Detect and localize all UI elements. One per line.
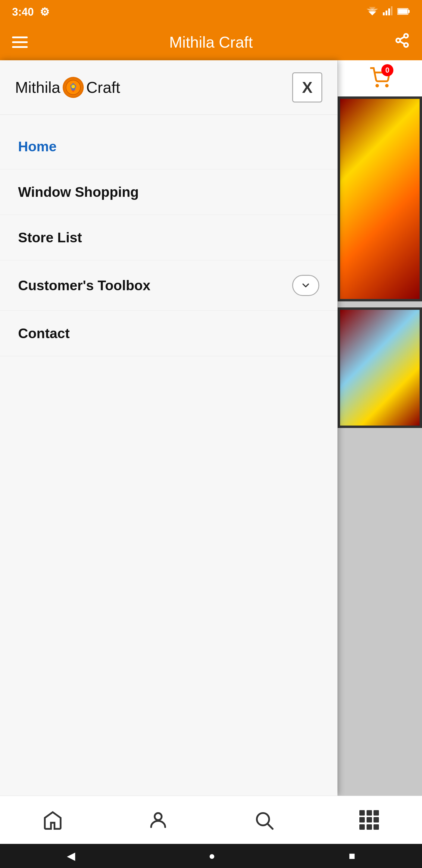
settings-icon: ⚙ — [40, 6, 50, 19]
bottom-nav-search[interactable] — [211, 809, 317, 831]
svg-rect-5 — [388, 8, 390, 16]
artwork-piece-1 — [338, 96, 422, 301]
logo-text-right: Craft — [86, 79, 120, 96]
grid-icon — [359, 810, 379, 830]
status-time: 3:40 — [12, 6, 34, 19]
svg-line-21 — [268, 824, 272, 829]
android-nav: ◀ ● ■ — [0, 844, 422, 868]
close-drawer-button[interactable]: X — [292, 72, 322, 102]
svg-rect-6 — [391, 6, 392, 16]
bottom-nav-account[interactable] — [105, 809, 211, 831]
logo-text-left: Mithila — [15, 79, 60, 96]
nav-item-window-shopping[interactable]: Window Shopping — [0, 169, 337, 215]
nav-menu: Home Window Shopping Store List Customer… — [0, 115, 337, 365]
svg-point-15 — [376, 85, 378, 87]
bottom-nav-grid[interactable] — [317, 810, 422, 830]
svg-point-16 — [386, 85, 388, 87]
nav-item-contact[interactable]: Contact — [0, 311, 337, 356]
status-right — [366, 6, 410, 18]
person-icon — [148, 809, 169, 831]
svg-rect-8 — [408, 10, 410, 13]
share-button[interactable] — [394, 33, 410, 52]
android-home-button[interactable]: ● — [209, 849, 215, 862]
main-area: 0 Mithila Cra — [0, 60, 422, 796]
status-bar: 3:40 ⚙ — [0, 0, 422, 24]
artwork-piece-2 — [338, 307, 422, 428]
bottom-nav — [0, 796, 422, 844]
customers-toolbox-dropdown[interactable] — [292, 275, 319, 296]
nav-item-store-list[interactable]: Store List — [0, 215, 337, 260]
signal-icon — [383, 6, 392, 18]
hamburger-menu-button[interactable] — [12, 36, 28, 48]
svg-point-18 — [71, 85, 75, 88]
svg-rect-9 — [398, 9, 408, 14]
cart-badge: 0 — [381, 64, 393, 76]
nav-item-customers-toolbox[interactable]: Customer's Toolbox — [0, 260, 337, 311]
bottom-nav-home[interactable] — [0, 809, 105, 831]
android-back-button[interactable]: ◀ — [67, 849, 75, 862]
svg-line-13 — [400, 41, 404, 44]
logo: Mithila Craft — [15, 77, 120, 98]
wifi-icon — [366, 6, 378, 18]
app-toolbar: Mithila Craft — [0, 24, 422, 60]
home-icon — [42, 809, 63, 831]
cart-icon-wrapper[interactable]: 0 — [369, 67, 390, 90]
nav-item-home[interactable]: Home — [0, 124, 337, 169]
drawer-header: Mithila Craft X — [0, 60, 337, 115]
svg-rect-4 — [386, 10, 387, 16]
status-left: 3:40 ⚙ — [12, 6, 50, 19]
search-icon — [253, 809, 274, 831]
svg-point-19 — [155, 813, 162, 820]
app-title: Mithila Craft — [169, 33, 253, 51]
nav-drawer: Mithila Craft X Home — [0, 60, 337, 796]
cart-area[interactable]: 0 — [338, 60, 422, 96]
svg-line-14 — [400, 37, 404, 39]
android-recents-button[interactable]: ■ — [349, 849, 355, 862]
battery-icon — [397, 7, 410, 18]
artwork-area — [338, 96, 422, 832]
logo-icon — [63, 77, 84, 98]
svg-rect-3 — [383, 12, 385, 16]
